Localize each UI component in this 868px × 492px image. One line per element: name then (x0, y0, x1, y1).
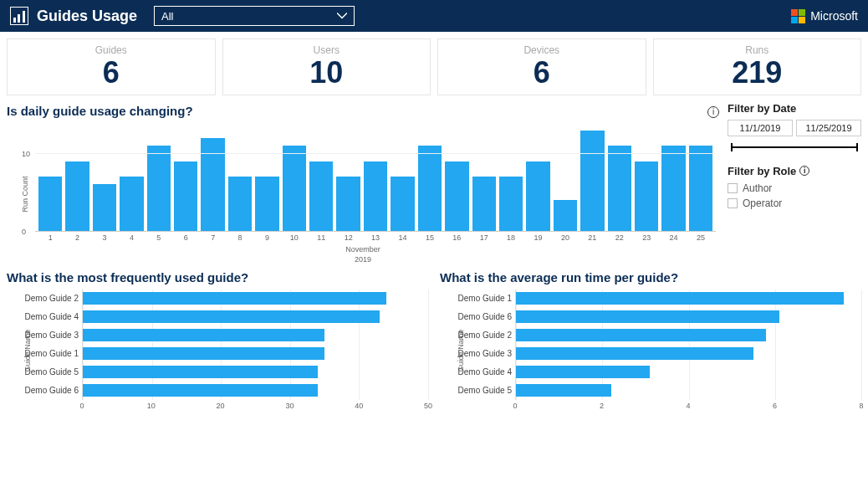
freq-chart[interactable]: Guide Name Demo Guide 2Demo Guide 4Demo … (7, 290, 428, 432)
microsoft-logo-icon (791, 9, 805, 23)
daily-usage-chart[interactable]: Run Count 123456789101112131415161718192… (7, 123, 719, 265)
hbar-row: Demo Guide 2 (83, 290, 428, 308)
category-label: Demo Guide 1 (16, 349, 79, 358)
kpi-label: Devices (438, 44, 646, 56)
ytick: 0 (22, 228, 26, 236)
hbar-row: Demo Guide 4 (516, 363, 861, 382)
info-icon[interactable]: i (707, 106, 719, 118)
filter-date-title: Filter by Date (728, 102, 861, 115)
xtick: 15 (426, 233, 434, 242)
slider-handle-start[interactable] (731, 143, 733, 151)
date-to-input[interactable]: 11/25/2019 (796, 120, 861, 136)
xtick: 6 (773, 402, 777, 410)
xtick: 4 (130, 233, 134, 242)
xtick: 7 (211, 233, 215, 242)
daily-bar[interactable]: 25 (689, 146, 712, 230)
role-author-label: Author (743, 182, 772, 194)
category-label: Demo Guide 3 (449, 349, 512, 358)
daily-bar[interactable]: 5 (147, 146, 171, 230)
daily-bar[interactable]: 1 (38, 177, 62, 231)
daily-bar[interactable]: 12 (336, 177, 360, 231)
daily-bar[interactable]: 17 (472, 177, 496, 231)
category-label: Demo Guide 1 (449, 294, 512, 303)
hbar-row: Demo Guide 2 (516, 326, 861, 345)
avg-title: What is the average run time per guide? (440, 270, 861, 284)
kpi-value: 6 (438, 56, 646, 90)
xtick: 10 (290, 233, 299, 242)
daily-bar[interactable]: 20 (554, 200, 577, 231)
chevron-down-icon (337, 11, 347, 21)
hbar[interactable] (516, 310, 779, 323)
role-author-checkbox[interactable]: Author (728, 182, 861, 194)
hbar[interactable] (516, 329, 766, 341)
daily-usage-panel: Is daily guide usage changing? i Run Cou… (7, 102, 719, 265)
category-label: Demo Guide 6 (16, 386, 79, 395)
date-slider[interactable] (728, 141, 861, 153)
filter-role-title: Filter by Role (728, 165, 796, 177)
category-label: Demo Guide 2 (16, 294, 79, 303)
slider-handle-end[interactable] (856, 143, 858, 151)
daily-bar[interactable]: 22 (608, 146, 631, 230)
hbar[interactable] (83, 347, 324, 360)
hbar[interactable] (83, 384, 318, 397)
hbar-row: Demo Guide 3 (516, 345, 861, 363)
daily-bar[interactable]: 4 (120, 177, 143, 231)
daily-bar[interactable]: 18 (499, 177, 523, 231)
xtick: 8 (859, 402, 863, 410)
daily-bar[interactable]: 3 (93, 184, 116, 230)
date-from-input[interactable]: 11/1/2019 (728, 120, 793, 136)
hbar[interactable] (83, 310, 380, 323)
daily-bar[interactable]: 7 (201, 138, 224, 231)
freq-title: What is the most frequently used guide? (7, 270, 428, 284)
hbar[interactable] (516, 384, 611, 397)
xtick: 50 (424, 402, 432, 410)
daily-bar[interactable]: 19 (526, 161, 549, 231)
hbar[interactable] (83, 292, 386, 305)
daily-bar[interactable]: 11 (309, 161, 333, 231)
category-label: Demo Guide 2 (449, 331, 512, 340)
kpi-label: Guides (8, 44, 215, 56)
kpi-value: 6 (8, 56, 215, 90)
category-label: Demo Guide 5 (449, 386, 512, 395)
bottom-row: What is the most frequently used guide? … (7, 269, 861, 432)
kpi-users[interactable]: Users 10 (222, 38, 431, 95)
info-icon[interactable]: i (799, 166, 809, 176)
xtick: 23 (642, 233, 651, 242)
xtick: 25 (697, 233, 705, 242)
avg-chart[interactable]: Guide Name Demo Guide 1Demo Guide 6Demo … (440, 290, 861, 432)
xtick: 20 (561, 233, 569, 242)
daily-bar[interactable]: 21 (580, 131, 604, 231)
daily-usage-title: Is daily guide usage changing? (7, 104, 193, 118)
daily-year-label: 2019 (7, 255, 719, 264)
xtick: 1 (49, 233, 53, 242)
filter-dropdown[interactable]: All (154, 6, 355, 26)
daily-bar[interactable]: 8 (228, 177, 252, 231)
xtick: 5 (156, 233, 161, 242)
hbar[interactable] (516, 347, 753, 360)
daily-bar[interactable]: 2 (65, 161, 89, 231)
role-operator-checkbox[interactable]: Operator (728, 197, 861, 209)
daily-bar[interactable]: 15 (418, 146, 442, 230)
daily-bar[interactable]: 10 (283, 146, 306, 230)
kpi-runs[interactable]: Runs 219 (653, 38, 862, 95)
kpi-guides[interactable]: Guides 6 (7, 38, 216, 95)
app-header: Guides Usage All Microsoft (0, 0, 868, 32)
daily-bar[interactable]: 9 (255, 177, 278, 231)
hbar[interactable] (83, 366, 318, 378)
daily-bar[interactable]: 13 (364, 161, 387, 231)
daily-bar[interactable]: 24 (661, 146, 685, 230)
daily-bar[interactable]: 16 (445, 161, 468, 231)
ytick: 10 (22, 150, 30, 158)
hbar[interactable] (516, 366, 650, 378)
role-operator-label: Operator (743, 197, 782, 209)
hbar[interactable] (83, 329, 324, 341)
xtick: 0 (513, 402, 517, 410)
daily-ylabel: Run Count (21, 176, 29, 212)
xtick: 13 (371, 233, 380, 242)
kpi-devices[interactable]: Devices 6 (437, 38, 646, 95)
hbar[interactable] (516, 292, 844, 305)
freq-panel: What is the most frequently used guide? … (7, 269, 428, 432)
daily-bar[interactable]: 23 (635, 161, 658, 231)
daily-bar[interactable]: 6 (174, 161, 197, 231)
daily-bar[interactable]: 14 (391, 177, 414, 231)
